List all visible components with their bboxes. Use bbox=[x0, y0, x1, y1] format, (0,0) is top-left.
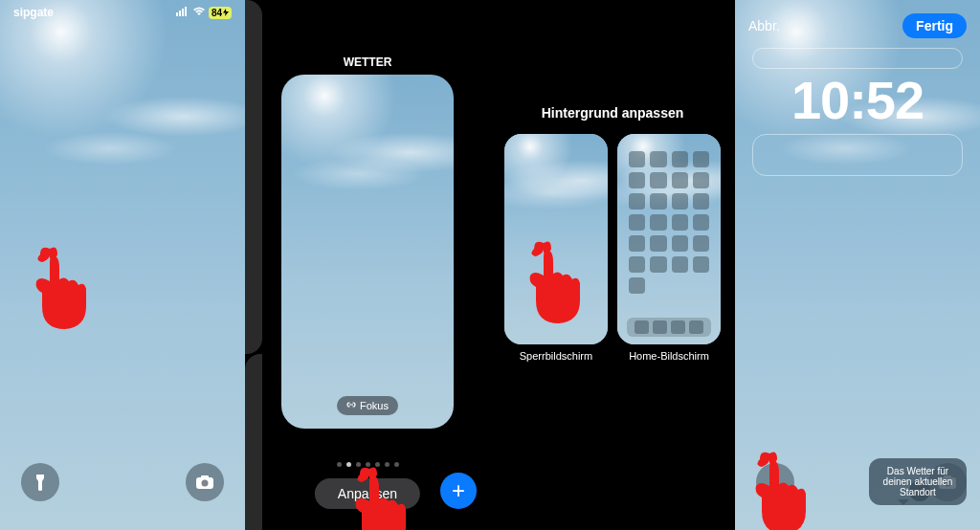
date-widget-slot[interactable] bbox=[752, 48, 963, 69]
widget-slot[interactable] bbox=[752, 134, 963, 176]
svg-rect-5 bbox=[201, 475, 209, 479]
homescreen-thumb-label: Home-Bildschirm bbox=[629, 350, 709, 362]
cancel-button[interactable]: Abbr. bbox=[748, 18, 780, 33]
svg-point-6 bbox=[202, 480, 209, 487]
page-dots bbox=[245, 462, 490, 467]
weather-tooltip: Das Wetter für deinen aktuellen Standort bbox=[869, 458, 967, 505]
adjust-background: Hintergrund anpassen 10:52 Sperrbildschi… bbox=[490, 0, 735, 530]
focus-pill[interactable]: Fokus bbox=[337, 396, 398, 415]
flashlight-button[interactable] bbox=[756, 463, 794, 501]
edit-time[interactable]: 10:52 bbox=[735, 69, 980, 131]
lockscreen-thumb-label: Sperrbildschirm bbox=[520, 350, 592, 362]
lockscreen-edit: Abbr. Fertig 10:52 – Das Wetter für dein… bbox=[735, 0, 980, 530]
carrier-label: sipgate bbox=[13, 6, 54, 19]
svg-rect-2 bbox=[182, 9, 184, 16]
customize-button[interactable]: Anpassen bbox=[315, 478, 420, 509]
svg-rect-0 bbox=[176, 12, 178, 16]
svg-rect-3 bbox=[185, 7, 187, 16]
add-button[interactable]: + bbox=[440, 473, 477, 509]
adjust-title: Hintergrund anpassen bbox=[490, 105, 735, 121]
next-card-sliver[interactable] bbox=[245, 354, 262, 530]
wallpaper-gallery: WETTER 10:52 Fokus Anpassen + bbox=[245, 0, 490, 530]
camera-button[interactable] bbox=[186, 463, 224, 501]
svg-rect-1 bbox=[179, 11, 181, 16]
app-grid bbox=[629, 151, 709, 333]
status-bar: sipgate 84 bbox=[0, 6, 245, 19]
battery-badge: 84 bbox=[209, 7, 232, 19]
link-icon bbox=[346, 400, 356, 411]
dock bbox=[627, 318, 711, 337]
homescreen-thumb[interactable] bbox=[617, 134, 721, 344]
done-button[interactable]: Fertig bbox=[902, 13, 967, 38]
wallpaper-sky bbox=[0, 0, 245, 530]
plus-icon: + bbox=[452, 477, 465, 504]
wifi-icon bbox=[192, 6, 206, 19]
prev-card-sliver[interactable] bbox=[245, 0, 262, 354]
category-label: WETTER bbox=[245, 55, 490, 69]
flashlight-button[interactable] bbox=[21, 463, 59, 501]
lockscreen-normal: sipgate 84 Di. 1. 12° 10:52 bbox=[0, 0, 245, 530]
wallpaper-card[interactable]: 10:52 Fokus bbox=[281, 75, 454, 429]
signal-icon bbox=[176, 6, 189, 19]
lockscreen-thumb[interactable]: 10:52 bbox=[504, 134, 608, 344]
